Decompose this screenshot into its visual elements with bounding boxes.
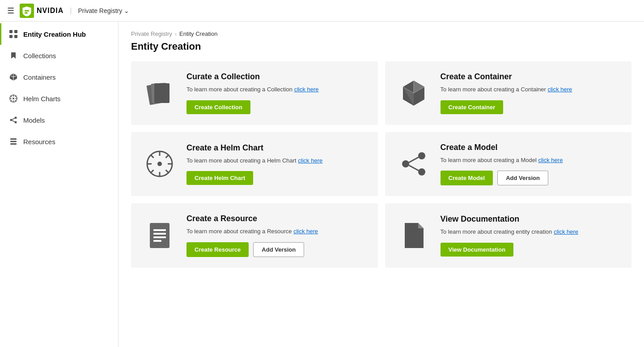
svg-line-40: [166, 155, 169, 158]
svg-line-38: [151, 155, 154, 158]
svg-point-17: [15, 121, 17, 124]
model-icon-area: [396, 146, 432, 182]
sidebar-item-label: Collections: [23, 52, 56, 60]
main-layout: Entity Creation Hub Collections Containe…: [0, 21, 644, 347]
nav-divider: |: [70, 7, 72, 15]
sidebar: Entity Creation Hub Collections Containe…: [0, 21, 119, 347]
model-icon: [9, 116, 18, 124]
sidebar-item-collections[interactable]: Collections: [0, 45, 118, 66]
card-resource-actions: Create Resource Add Version: [186, 242, 367, 257]
view-documentation-button[interactable]: View Documentation: [441, 243, 514, 257]
sidebar-item-label: Helm Charts: [23, 95, 60, 103]
svg-rect-51: [153, 240, 161, 242]
svg-rect-48: [153, 229, 166, 231]
brand-name: NVIDIA: [37, 7, 64, 15]
card-model-content: Create a Model To learn more about creat…: [441, 143, 621, 186]
model-doc-link[interactable]: click here: [538, 157, 563, 163]
model-graph-icon: [399, 150, 428, 178]
svg-line-45: [409, 157, 419, 163]
svg-point-43: [418, 152, 425, 159]
svg-rect-3: [9, 35, 13, 38]
svg-line-18: [13, 118, 15, 120]
svg-line-39: [166, 170, 169, 173]
sidebar-item-label: Resources: [23, 138, 55, 146]
create-container-button[interactable]: Create Container: [441, 100, 504, 114]
add-resource-version-button[interactable]: Add Version: [253, 242, 304, 257]
card-collection-desc: To learn more about creating a Collectio…: [186, 85, 367, 94]
resource-doc-link[interactable]: click here: [293, 228, 318, 235]
svg-rect-2: [14, 30, 17, 33]
create-resource-button[interactable]: Create Resource: [186, 242, 249, 257]
svg-point-16: [15, 117, 17, 119]
svg-line-13: [15, 96, 17, 97]
card-helm-title: Create a Helm Chart: [186, 143, 367, 153]
svg-point-6: [13, 98, 14, 99]
card-helm-desc: To learn more about creating a Helm Char…: [186, 156, 367, 165]
container-icon: [399, 79, 428, 107]
grid-icon: [9, 30, 18, 39]
card-documentation-title: View Documentation: [441, 214, 621, 224]
card-collection-actions: Create Collection: [186, 100, 367, 114]
create-collection-button[interactable]: Create Collection: [186, 100, 250, 114]
svg-line-12: [15, 100, 17, 102]
card-model: Create a Model To learn more about creat…: [385, 132, 632, 197]
add-model-version-button[interactable]: Add Version: [497, 171, 548, 185]
card-resource: Create a Resource To learn more about cr…: [131, 203, 378, 268]
card-grid: Curate a Collection To learn more about …: [131, 61, 631, 268]
svg-line-11: [11, 96, 12, 97]
sidebar-item-resources[interactable]: Resources: [0, 131, 118, 152]
collection-doc-link[interactable]: click here: [294, 86, 319, 93]
sidebar-item-containers[interactable]: Containers: [0, 66, 118, 88]
card-collection: Curate a Collection To learn more about …: [131, 61, 378, 125]
svg-line-41: [151, 170, 154, 173]
bookmark-icon: [9, 51, 18, 60]
sidebar-item-entity-creation-hub[interactable]: Entity Creation Hub: [0, 23, 118, 45]
helm-doc-link[interactable]: click here: [298, 157, 322, 164]
card-documentation-content: View Documentation To learn more about c…: [441, 214, 621, 257]
card-container-title: Create a Container: [441, 72, 621, 81]
card-model-desc: To learn more about creating a Model cli…: [441, 156, 621, 165]
svg-point-33: [157, 162, 162, 166]
hamburger-menu[interactable]: ☰: [7, 6, 14, 16]
card-resource-content: Create a Resource To learn more about cr…: [186, 214, 367, 257]
sidebar-item-label: Entity Creation Hub: [23, 30, 86, 38]
svg-rect-50: [153, 236, 166, 238]
card-container: Create a Container To learn more about c…: [385, 61, 632, 125]
main-content: Private Registry › Entity Creation Entit…: [119, 21, 644, 347]
registry-dropdown[interactable]: Private Registry ⌄: [78, 7, 129, 14]
sidebar-item-label: Containers: [23, 73, 56, 81]
svg-rect-49: [153, 233, 166, 235]
card-helm-actions: Create Helm Chart: [186, 171, 367, 185]
documentation-doc-link[interactable]: click here: [554, 228, 578, 235]
svg-rect-1: [9, 30, 13, 33]
svg-line-14: [11, 100, 12, 102]
top-nav: ☰ NVIDIA | Private Registry ⌄: [0, 0, 644, 21]
card-documentation-desc: To learn more about creating entity crea…: [441, 227, 621, 236]
breadcrumb-registry: Private Registry: [131, 30, 172, 37]
resource-icon-area: [142, 218, 178, 253]
card-collection-title: Curate a Collection: [186, 72, 367, 81]
documentation-icon-area: [396, 218, 432, 253]
sidebar-item-models[interactable]: Models: [0, 109, 118, 131]
card-collection-content: Curate a Collection To learn more about …: [186, 72, 367, 114]
card-documentation-actions: View Documentation: [441, 243, 621, 257]
svg-rect-47: [150, 223, 169, 248]
card-container-actions: Create Container: [441, 100, 621, 114]
breadcrumb: Private Registry › Entity Creation: [131, 30, 631, 37]
svg-point-44: [418, 168, 425, 176]
sidebar-item-helm-charts[interactable]: Helm Charts: [0, 88, 118, 109]
documentation-file-icon: [399, 221, 428, 250]
card-resource-title: Create a Resource: [186, 214, 367, 223]
breadcrumb-current: Entity Creation: [179, 30, 217, 37]
helm-chart-icon: [145, 150, 174, 178]
helm-icon-area: [142, 146, 178, 182]
create-model-button[interactable]: Create Model: [441, 171, 493, 185]
sidebar-item-label: Models: [23, 116, 45, 124]
svg-line-46: [409, 165, 419, 171]
card-container-content: Create a Container To learn more about c…: [441, 72, 621, 114]
svg-rect-22: [10, 143, 17, 145]
container-doc-link[interactable]: click here: [547, 86, 572, 93]
create-helm-chart-button[interactable]: Create Helm Chart: [186, 171, 253, 185]
svg-rect-21: [10, 141, 17, 142]
page-title: Entity Creation: [131, 41, 631, 52]
